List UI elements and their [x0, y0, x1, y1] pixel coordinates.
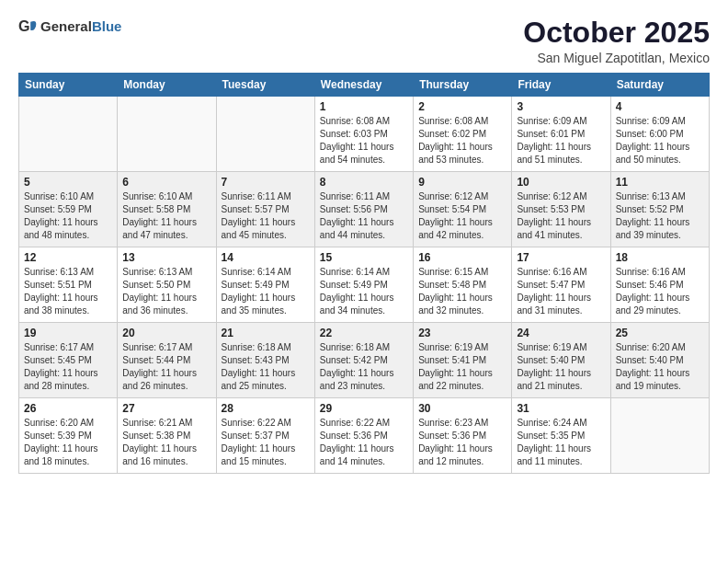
day-number: 16: [418, 251, 506, 264]
day-number: 5: [24, 176, 112, 189]
day-info: Sunrise: 6:12 AM Sunset: 5:53 PM Dayligh…: [517, 190, 605, 242]
day-number: 22: [320, 327, 408, 339]
day-number: 17: [517, 251, 605, 264]
calendar-cell: [19, 97, 118, 172]
month-title: October 2025: [523, 17, 710, 49]
day-info: Sunrise: 6:18 AM Sunset: 5:43 PM Dayligh…: [222, 341, 310, 393]
day-number: 21: [222, 327, 310, 339]
day-info: Sunrise: 6:23 AM Sunset: 5:36 PM Dayligh…: [418, 417, 506, 468]
day-info: Sunrise: 6:17 AM Sunset: 5:45 PM Dayligh…: [24, 341, 112, 393]
calendar-cell: 13Sunrise: 6:13 AM Sunset: 5:50 PM Dayli…: [118, 247, 216, 323]
calendar-cell: 28Sunrise: 6:22 AM Sunset: 5:37 PM Dayli…: [216, 398, 314, 474]
day-info: Sunrise: 6:16 AM Sunset: 5:46 PM Dayligh…: [616, 266, 704, 317]
calendar-cell: 16Sunrise: 6:15 AM Sunset: 5:48 PM Dayli…: [414, 247, 512, 323]
calendar-cell: 9Sunrise: 6:12 AM Sunset: 5:54 PM Daylig…: [414, 172, 512, 247]
day-number: 19: [24, 327, 112, 339]
day-number: 8: [320, 176, 408, 189]
calendar-cell: 6Sunrise: 6:10 AM Sunset: 5:58 PM Daylig…: [118, 172, 216, 247]
calendar-cell: 11Sunrise: 6:13 AM Sunset: 5:52 PM Dayli…: [610, 172, 709, 247]
day-number: 15: [320, 251, 408, 264]
calendar-cell: 10Sunrise: 6:12 AM Sunset: 5:53 PM Dayli…: [512, 172, 610, 247]
calendar-cell: 1Sunrise: 6:08 AM Sunset: 6:03 PM Daylig…: [314, 97, 413, 172]
day-info: Sunrise: 6:14 AM Sunset: 5:49 PM Dayligh…: [320, 266, 408, 317]
header-tuesday: Tuesday: [216, 74, 314, 97]
header: G General Blue October 2025 San Miguel Z…: [18, 17, 710, 65]
calendar-cell: 3Sunrise: 6:09 AM Sunset: 6:01 PM Daylig…: [512, 97, 610, 172]
calendar-cell: 29Sunrise: 6:22 AM Sunset: 5:36 PM Dayli…: [314, 398, 413, 474]
logo-blue: Blue: [92, 19, 122, 35]
logo-text: General Blue: [40, 19, 121, 35]
header-monday: Monday: [118, 74, 216, 97]
day-info: Sunrise: 6:11 AM Sunset: 5:56 PM Dayligh…: [320, 190, 408, 242]
day-number: 26: [24, 402, 112, 415]
day-number: 3: [517, 100, 605, 113]
calendar-cell: 7Sunrise: 6:11 AM Sunset: 5:57 PM Daylig…: [216, 172, 314, 247]
header-sunday: Sunday: [19, 74, 118, 97]
day-info: Sunrise: 6:20 AM Sunset: 5:39 PM Dayligh…: [24, 417, 112, 468]
day-info: Sunrise: 6:19 AM Sunset: 5:40 PM Dayligh…: [517, 341, 605, 393]
calendar-cell: 20Sunrise: 6:17 AM Sunset: 5:44 PM Dayli…: [118, 323, 216, 398]
calendar-cell: 5Sunrise: 6:10 AM Sunset: 5:59 PM Daylig…: [19, 172, 118, 247]
calendar-cell: 25Sunrise: 6:20 AM Sunset: 5:40 PM Dayli…: [610, 323, 709, 398]
day-number: 11: [616, 176, 704, 189]
day-info: Sunrise: 6:19 AM Sunset: 5:41 PM Dayligh…: [418, 341, 506, 393]
day-number: 4: [616, 100, 704, 113]
day-info: Sunrise: 6:13 AM Sunset: 5:51 PM Dayligh…: [24, 266, 112, 317]
day-number: 13: [122, 251, 210, 264]
calendar-week-1: 5Sunrise: 6:10 AM Sunset: 5:59 PM Daylig…: [19, 172, 710, 247]
logo: G General Blue: [18, 17, 121, 37]
day-info: Sunrise: 6:21 AM Sunset: 5:38 PM Dayligh…: [122, 417, 210, 468]
day-number: 31: [517, 402, 605, 415]
calendar-cell: 22Sunrise: 6:18 AM Sunset: 5:42 PM Dayli…: [314, 323, 413, 398]
calendar-cell: 12Sunrise: 6:13 AM Sunset: 5:51 PM Dayli…: [19, 247, 118, 323]
svg-text:G: G: [18, 17, 30, 34]
day-number: 10: [517, 176, 605, 189]
day-number: 12: [24, 251, 112, 264]
header-friday: Friday: [512, 74, 610, 97]
calendar-cell: 30Sunrise: 6:23 AM Sunset: 5:36 PM Dayli…: [414, 398, 512, 474]
day-number: 29: [320, 402, 408, 415]
calendar-cell: 14Sunrise: 6:14 AM Sunset: 5:49 PM Dayli…: [216, 247, 314, 323]
calendar-cell: 27Sunrise: 6:21 AM Sunset: 5:38 PM Dayli…: [118, 398, 216, 474]
header-wednesday: Wednesday: [314, 74, 413, 97]
day-info: Sunrise: 6:09 AM Sunset: 6:01 PM Dayligh…: [517, 115, 605, 167]
calendar-week-2: 12Sunrise: 6:13 AM Sunset: 5:51 PM Dayli…: [19, 247, 710, 323]
day-info: Sunrise: 6:12 AM Sunset: 5:54 PM Dayligh…: [418, 190, 506, 242]
day-info: Sunrise: 6:13 AM Sunset: 5:52 PM Dayligh…: [616, 190, 704, 242]
day-info: Sunrise: 6:11 AM Sunset: 5:57 PM Dayligh…: [222, 190, 310, 242]
day-info: Sunrise: 6:10 AM Sunset: 5:59 PM Dayligh…: [24, 190, 112, 242]
calendar-cell: 2Sunrise: 6:08 AM Sunset: 6:02 PM Daylig…: [414, 97, 512, 172]
calendar-cell: 21Sunrise: 6:18 AM Sunset: 5:43 PM Dayli…: [216, 323, 314, 398]
calendar-header-row: Sunday Monday Tuesday Wednesday Thursday…: [19, 74, 710, 97]
day-number: 27: [122, 402, 210, 415]
calendar-cell: 24Sunrise: 6:19 AM Sunset: 5:40 PM Dayli…: [512, 323, 610, 398]
day-info: Sunrise: 6:14 AM Sunset: 5:49 PM Dayligh…: [222, 266, 310, 317]
calendar-cell: 23Sunrise: 6:19 AM Sunset: 5:41 PM Dayli…: [414, 323, 512, 398]
day-number: 2: [418, 100, 506, 113]
location: San Miguel Zapotitlan, Mexico: [523, 51, 710, 65]
day-info: Sunrise: 6:17 AM Sunset: 5:44 PM Dayligh…: [122, 341, 210, 393]
day-number: 7: [222, 176, 310, 189]
day-info: Sunrise: 6:24 AM Sunset: 5:35 PM Dayligh…: [517, 417, 605, 468]
day-info: Sunrise: 6:09 AM Sunset: 6:00 PM Dayligh…: [616, 115, 704, 167]
day-number: 9: [418, 176, 506, 189]
day-number: 28: [222, 402, 310, 415]
day-number: 30: [418, 402, 506, 415]
calendar-cell: 18Sunrise: 6:16 AM Sunset: 5:46 PM Dayli…: [610, 247, 709, 323]
day-number: 24: [517, 327, 605, 339]
calendar-cell: [610, 398, 709, 474]
day-info: Sunrise: 6:15 AM Sunset: 5:48 PM Dayligh…: [418, 266, 506, 317]
day-number: 1: [320, 100, 408, 113]
calendar-cell: 8Sunrise: 6:11 AM Sunset: 5:56 PM Daylig…: [314, 172, 413, 247]
day-number: 23: [418, 327, 506, 339]
calendar-cell: 15Sunrise: 6:14 AM Sunset: 5:49 PM Dayli…: [314, 247, 413, 323]
calendar-cell: 4Sunrise: 6:09 AM Sunset: 6:00 PM Daylig…: [610, 97, 709, 172]
day-number: 18: [616, 251, 704, 264]
logo-general: General: [40, 19, 92, 35]
day-info: Sunrise: 6:13 AM Sunset: 5:50 PM Dayligh…: [122, 266, 210, 317]
calendar-cell: 19Sunrise: 6:17 AM Sunset: 5:45 PM Dayli…: [19, 323, 118, 398]
logo-icon: G: [18, 17, 39, 37]
header-saturday: Saturday: [610, 74, 709, 97]
day-info: Sunrise: 6:08 AM Sunset: 6:02 PM Dayligh…: [418, 115, 506, 167]
day-number: 6: [122, 176, 210, 189]
